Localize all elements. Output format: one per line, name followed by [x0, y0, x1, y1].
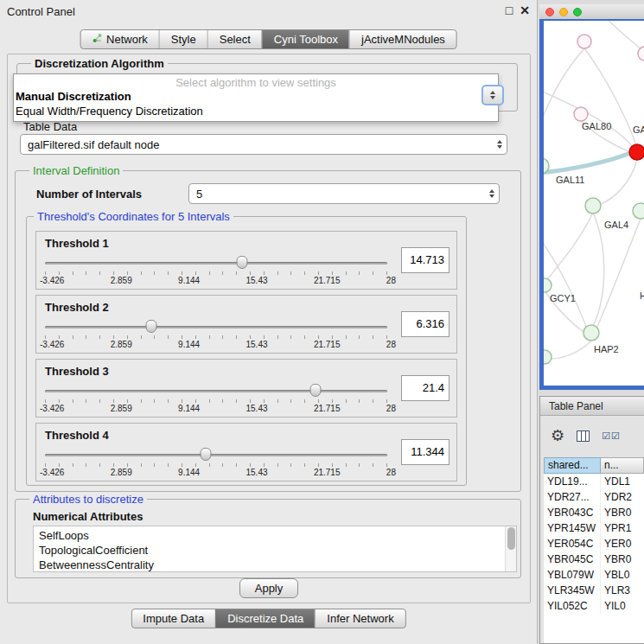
threshold-1-value-field[interactable]: 14.713	[401, 247, 450, 273]
column-header-shared-name[interactable]: shared...	[544, 457, 601, 474]
tab-infer-network[interactable]: Infer Network	[315, 609, 405, 628]
network-view-window: GAL80 GA GAL11 GAL4 GCY1 HAP2 H	[539, 4, 644, 390]
tab-jactivemnodules[interactable]: jActiveMNodules	[349, 30, 456, 48]
control-panel-window: Control Panel □ ✕ Network Style Select C…	[0, 0, 538, 644]
slider-ticks	[45, 399, 388, 403]
list-scrollbar[interactable]	[505, 526, 516, 571]
table-row[interactable]: YBR043CYBR0	[544, 505, 644, 520]
network-node-gal80[interactable]	[574, 107, 588, 121]
network-node-hap2[interactable]	[583, 325, 599, 341]
node-label: GA	[633, 124, 644, 135]
table-row[interactable]: YBR045CYBR0	[544, 552, 644, 567]
list-item[interactable]: TopologicalCoefficient	[39, 543, 504, 558]
threshold-3-value-field[interactable]: 21.4	[401, 375, 450, 401]
list-item[interactable]: BetweennessCentrality	[39, 558, 504, 572]
table-panel-title: Table Panel	[549, 400, 603, 412]
algorithm-combobox-arrows[interactable]	[481, 85, 504, 105]
scrollbar-thumb[interactable]	[507, 527, 515, 550]
network-icon	[92, 30, 102, 48]
threshold-2-slider-thumb[interactable]	[145, 320, 156, 333]
number-of-intervals-value: 5	[196, 188, 202, 201]
tab-select[interactable]: Select	[207, 30, 262, 48]
network-node-gal4[interactable]	[585, 198, 601, 214]
control-panel-title: Control Panel	[7, 5, 75, 18]
interval-definition-title: Interval Definition	[29, 164, 123, 177]
threshold-1-box: Threshold 1 -3.4262.8599.14415.4321.7152…	[35, 231, 457, 290]
table-panel-titlebar: Table Panel	[540, 397, 644, 416]
column-header-name[interactable]: n...	[601, 457, 644, 474]
network-node[interactable]	[577, 35, 591, 48]
algorithm-group-title: Discretization Algorithm	[31, 57, 168, 70]
combobox-arrows-icon	[489, 189, 494, 198]
algorithm-dropdown-list: Select algorithm to view settings Manual…	[13, 73, 499, 122]
network-node[interactable]	[638, 47, 644, 61]
highlighted-edge[interactable]	[544, 153, 630, 173]
table-header-row: shared... n...	[544, 457, 644, 474]
number-of-intervals-label: Number of Intervals	[36, 188, 142, 201]
network-node[interactable]	[544, 350, 552, 364]
thresholds-group: Threshold's Coordinates for 5 Intervals …	[26, 216, 467, 486]
selected-red-node[interactable]	[629, 144, 644, 160]
slider-scale: -3.4262.8599.14415.4321.71528	[40, 468, 396, 477]
node-label: GAL11	[556, 175, 584, 185]
numerical-attributes-label: Numerical Attributes	[33, 510, 143, 523]
network-node-gcy1[interactable]	[544, 278, 552, 292]
threshold-3-slider[interactable]	[45, 384, 387, 398]
list-item[interactable]: SelfLoops	[39, 528, 504, 543]
select-columns-icon[interactable]: ☑☑	[602, 430, 621, 442]
threshold-2-label: Threshold 2	[45, 301, 109, 314]
slider-ticks	[45, 335, 388, 339]
slider-track	[45, 262, 387, 265]
column-settings-icon[interactable]	[577, 430, 590, 442]
slider-track	[45, 390, 387, 392]
table-row[interactable]: YDL19...YDL1	[544, 474, 644, 489]
table-row[interactable]: YPR145WYPR1	[544, 520, 644, 536]
interval-definition-group: Interval Definition Number of Intervals …	[15, 170, 521, 492]
control-panel-titlebar: Control Panel □ ✕	[0, 0, 537, 22]
tab-discretize-data[interactable]: Discretize Data	[215, 609, 315, 628]
algorithm-dropdown-hint: Select algorithm to view settings	[14, 76, 498, 89]
threshold-3-slider-thumb[interactable]	[309, 384, 321, 397]
threshold-2-slider[interactable]	[45, 320, 387, 334]
threshold-4-slider-thumb[interactable]	[201, 448, 212, 461]
algorithm-option-equal-width[interactable]: Equal Width/Frequency Discretization	[14, 104, 498, 118]
threshold-2-value-field[interactable]: 6.316	[401, 311, 450, 337]
table-row[interactable]: YIL052CYIL0	[544, 598, 644, 614]
table-data-combobox[interactable]: galFiltered.sif default node	[20, 134, 507, 155]
table-data-value: galFiltered.sif default node	[28, 138, 159, 151]
table-data-label: Table Data	[23, 120, 77, 133]
table-row[interactable]: YBL079WYBL0	[544, 567, 644, 583]
tab-cyni-toolbox[interactable]: Cyni Toolbox	[262, 30, 349, 48]
node-label: GCY1	[550, 293, 576, 303]
numerical-attributes-list[interactable]: SelfLoops TopologicalCoefficient Between…	[33, 526, 517, 572]
table-row[interactable]: YLR345WYLR3	[544, 583, 644, 598]
threshold-1-slider-thumb[interactable]	[237, 256, 248, 269]
close-icon[interactable]: ✕	[520, 3, 530, 17]
float-window-icon[interactable]: □	[506, 3, 513, 17]
threshold-4-slider[interactable]	[45, 448, 387, 462]
attributes-group: Attributes to discretize Numerical Attri…	[15, 499, 521, 578]
slider-scale: -3.4262.8599.14415.4321.71528	[40, 276, 396, 285]
close-traffic-light-icon[interactable]	[545, 8, 554, 16]
algorithm-option-manual[interactable]: Manual Discretization	[14, 89, 498, 104]
number-of-intervals-combobox[interactable]: 5	[188, 183, 500, 204]
network-canvas[interactable]: GAL80 GA GAL11 GAL4 GCY1 HAP2 H	[544, 21, 644, 386]
threshold-1-slider[interactable]	[45, 256, 387, 270]
slider-ticks	[45, 271, 388, 275]
apply-button[interactable]: Apply	[239, 578, 298, 598]
cyni-panel-body: Discretization Algorithm Select algorith…	[7, 54, 531, 603]
gear-icon[interactable]: ⚙	[551, 428, 564, 443]
table-row[interactable]: YER054CYER0	[544, 536, 644, 552]
tab-impute-data[interactable]: Impute Data	[131, 609, 215, 628]
zoom-traffic-light-icon[interactable]	[573, 8, 582, 16]
network-node[interactable]	[633, 203, 644, 219]
node-label: H	[640, 290, 644, 301]
minimize-traffic-light-icon[interactable]	[559, 8, 568, 16]
table-row[interactable]: YDR27...YDR2	[544, 489, 644, 505]
tab-style[interactable]: Style	[159, 30, 207, 48]
tab-network[interactable]: Network	[80, 30, 159, 48]
threshold-4-value-field[interactable]: 11.344	[401, 439, 450, 465]
table-panel-window: Table Panel ⚙ ☑☑ shared... n... YDL19...…	[539, 396, 644, 644]
node-label: HAP2	[594, 344, 619, 354]
slider-scale: -3.4262.8599.14415.4321.71528	[40, 340, 396, 349]
